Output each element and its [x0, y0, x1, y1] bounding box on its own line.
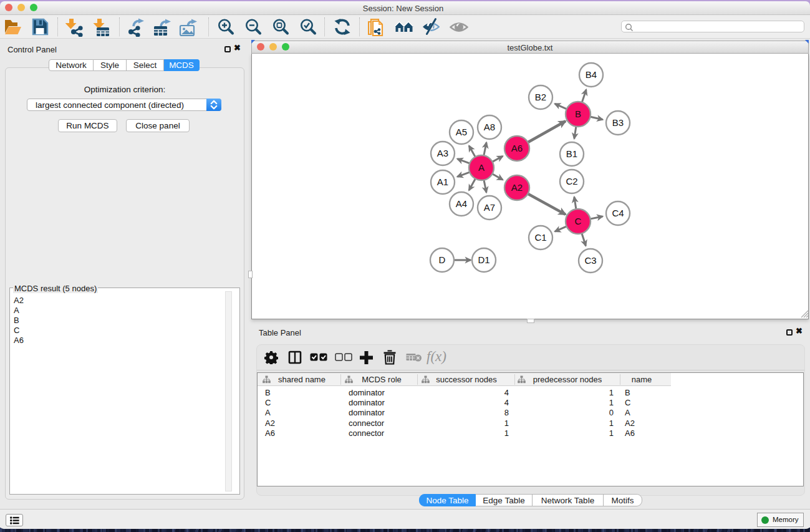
svg-text:B4: B4 [586, 69, 597, 80]
svg-text:A: A [478, 162, 485, 173]
svg-text:A2: A2 [511, 182, 523, 193]
svg-text:B1: B1 [566, 148, 577, 159]
svg-text:B2: B2 [535, 92, 546, 102]
svg-text:A4: A4 [456, 198, 467, 209]
svg-text:C3: C3 [584, 255, 596, 266]
svg-text:D1: D1 [478, 254, 489, 265]
svg-text:A5: A5 [456, 127, 467, 137]
svg-text:C1: C1 [534, 232, 546, 243]
svg-text:A6: A6 [511, 143, 523, 153]
svg-text:C: C [575, 216, 582, 226]
svg-text:C2: C2 [566, 176, 577, 186]
svg-text:C4: C4 [612, 208, 624, 218]
svg-text:A7: A7 [484, 202, 495, 213]
svg-text:A8: A8 [484, 122, 495, 132]
svg-text:D: D [439, 254, 446, 265]
svg-text:B: B [575, 109, 581, 119]
svg-text:A3: A3 [437, 148, 448, 158]
svg-text:A1: A1 [437, 177, 448, 187]
svg-text:B3: B3 [612, 117, 624, 128]
